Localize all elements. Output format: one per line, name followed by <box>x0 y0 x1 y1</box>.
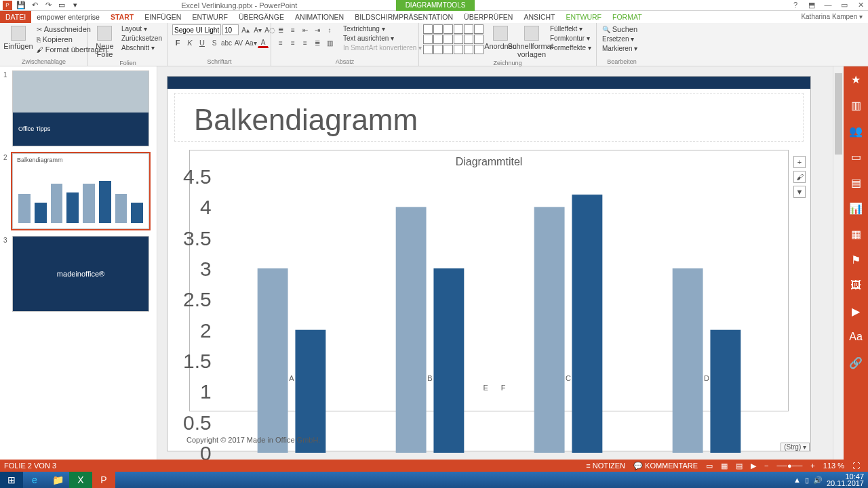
linespacing-icon[interactable]: ↕ <box>324 24 335 35</box>
rail-chart-icon[interactable]: 📊 <box>848 201 863 216</box>
minimize-icon[interactable]: — <box>821 1 835 9</box>
align-right-icon[interactable]: ≡ <box>300 37 311 48</box>
align-text-button[interactable]: Text ausrichten ▾ <box>342 34 423 43</box>
tab-ueberpruefen[interactable]: ÜBERPRÜFEN <box>458 11 518 23</box>
shapes-gallery[interactable] <box>423 24 484 54</box>
fit-icon[interactable]: ⛶ <box>848 462 864 470</box>
taskbar-ie-icon[interactable]: e <box>23 472 46 488</box>
paste-options-tag[interactable]: (Strg) ▾ <box>781 443 810 451</box>
tab-datei[interactable]: DATEI <box>0 11 31 23</box>
paste-button[interactable]: Einfügen <box>4 24 33 52</box>
thumb-2[interactable]: 2 Balkendiagramm <box>12 153 149 229</box>
grow-font-icon[interactable]: A▴ <box>240 24 251 35</box>
find-button[interactable]: 🔍 Suchen <box>601 24 639 34</box>
tab-ctx-format[interactable]: FORMAT <box>607 11 648 23</box>
shape-outline-button[interactable]: Formkontur ▾ <box>549 34 593 43</box>
tray-up-icon[interactable]: ▲ <box>793 476 801 484</box>
more-qa-icon[interactable]: ▾ <box>71 1 80 10</box>
zoom-slider[interactable]: ──●── <box>773 462 807 470</box>
thumb-1[interactable]: 1Office Tipps <box>12 70 149 146</box>
layout-button[interactable]: Layout ▾ <box>120 24 163 33</box>
chart-filter-icon[interactable]: ▼ <box>793 186 806 198</box>
start-button[interactable]: ⊞ <box>0 472 23 488</box>
vertical-scrollbar[interactable] <box>833 66 844 472</box>
quick-styles-button[interactable]: Schnellformat- vorlagen <box>517 24 546 60</box>
close-icon[interactable]: ✕ <box>853 1 868 9</box>
case-icon[interactable]: Aa▾ <box>245 37 256 48</box>
section-button[interactable]: Abschnitt ▾ <box>120 43 163 52</box>
rail-table-icon[interactable]: ▦ <box>848 226 863 241</box>
font-size-input[interactable] <box>222 24 239 35</box>
zoom-out-icon[interactable]: − <box>760 462 772 470</box>
select-button[interactable]: Markieren ▾ <box>601 44 639 53</box>
tab-ctx-entwurf[interactable]: ENTWURF <box>561 11 608 23</box>
tab-einfuegen[interactable]: EINFÜGEN <box>139 11 186 23</box>
shape-fill-button[interactable]: Fülleffekt ▾ <box>549 24 593 33</box>
view-normal-icon[interactable]: ▭ <box>702 462 717 470</box>
rail-link-icon[interactable]: 🔗 <box>848 355 863 370</box>
shrink-font-icon[interactable]: A▾ <box>252 24 263 35</box>
rail-image-icon[interactable]: 🖼 <box>848 278 863 293</box>
chart-brush-icon[interactable]: 🖌 <box>793 171 806 183</box>
tab-start[interactable]: START <box>105 11 139 23</box>
save-icon[interactable]: 💾 <box>16 1 26 10</box>
rail-people-icon[interactable]: 👥 <box>848 123 863 138</box>
tab-entwurf[interactable]: ENTWURF <box>186 11 233 23</box>
view-slideshow-icon[interactable]: ▶ <box>747 462 760 470</box>
redo-icon[interactable]: ↷ <box>43 1 53 10</box>
tray-sound-icon[interactable]: 🔊 <box>813 476 823 485</box>
thumb-3[interactable]: 3madeinoffice® <box>12 236 149 312</box>
align-center-icon[interactable]: ≡ <box>288 37 298 48</box>
rail-library-icon[interactable]: ▥ <box>848 98 863 113</box>
indent-icon[interactable]: ⇥ <box>312 24 323 35</box>
font-family-input[interactable] <box>172 24 221 35</box>
taskbar-excel-icon[interactable]: X <box>69 472 92 488</box>
numbering-icon[interactable]: ≡ <box>288 24 298 35</box>
view-sorter-icon[interactable]: ▦ <box>717 462 732 470</box>
rail-template-icon[interactable]: ▤ <box>848 175 863 190</box>
tab-empower[interactable]: empower enterprise <box>31 11 105 23</box>
justify-icon[interactable]: ≣ <box>312 37 323 48</box>
font-color-icon[interactable]: A <box>258 37 269 48</box>
spacing-icon[interactable]: AV <box>233 37 244 48</box>
tab-ansicht[interactable]: ANSICHT <box>518 11 560 23</box>
smartart-button[interactable]: In SmartArt konvertieren ▾ <box>342 43 423 52</box>
zoom-value[interactable]: 113 % <box>819 462 848 470</box>
slide-title[interactable]: Balkendiagramm <box>174 93 804 142</box>
tab-uebergaenge[interactable]: ÜBERGÄNGE <box>233 11 290 23</box>
status-notes[interactable]: ≡ NOTIZEN <box>582 462 629 470</box>
rail-flag-icon[interactable]: ⚑ <box>848 252 863 267</box>
align-left-icon[interactable]: ≡ <box>275 37 286 48</box>
italic-icon[interactable]: K <box>184 37 195 48</box>
ribbon-options-icon[interactable]: ⬒ <box>804 1 819 9</box>
strike-icon[interactable]: S <box>209 37 220 48</box>
replace-button[interactable]: Ersetzen ▾ <box>601 35 639 43</box>
taskbar-powerpoint-icon[interactable]: P <box>92 472 115 488</box>
bullets-icon[interactable]: ≣ <box>275 24 286 35</box>
user-menu[interactable]: Katharina Kampen ▾ <box>795 11 868 23</box>
help-icon[interactable]: ? <box>788 1 803 9</box>
chart-object[interactable]: + 🖌 ▼ Diagrammtitel 00.511.522.533.544.5… <box>189 150 789 411</box>
tab-praesentation[interactable]: BILDSCHIRMPRÄSENTATION <box>349 11 458 23</box>
maximize-icon[interactable]: ▭ <box>837 1 852 9</box>
rail-star-icon[interactable]: ★ <box>848 72 863 87</box>
undo-icon[interactable]: ↶ <box>30 1 39 10</box>
tab-animationen[interactable]: ANIMATIONEN <box>290 11 349 23</box>
columns-icon[interactable]: ▥ <box>324 37 335 48</box>
chart-title[interactable]: Diagrammtitel <box>195 156 783 168</box>
slideshow-icon[interactable]: ▭ <box>57 1 66 10</box>
rail-slide-icon[interactable]: ▭ <box>848 149 863 164</box>
rail-text-icon[interactable]: Aa <box>848 329 863 344</box>
shadow-icon[interactable]: abc <box>221 37 232 48</box>
reset-button[interactable]: Zurücksetzen <box>120 34 163 43</box>
view-reading-icon[interactable]: ▤ <box>732 462 747 470</box>
zoom-in-icon[interactable]: + <box>806 462 818 470</box>
status-comments[interactable]: 💬 KOMMENTARE <box>629 462 702 470</box>
new-slide-button[interactable]: Neue Folie <box>92 24 117 60</box>
shape-effects-button[interactable]: Formeffekte ▾ <box>549 43 593 52</box>
underline-icon[interactable]: U <box>197 37 208 48</box>
slide-canvas[interactable]: Balkendiagramm + 🖌 ▼ Diagrammtitel 00.51… <box>167 76 811 451</box>
outdent-icon[interactable]: ⇤ <box>300 24 311 35</box>
text-direction-button[interactable]: Textrichtung ▾ <box>342 24 423 33</box>
chart-plus-icon[interactable]: + <box>793 156 806 168</box>
